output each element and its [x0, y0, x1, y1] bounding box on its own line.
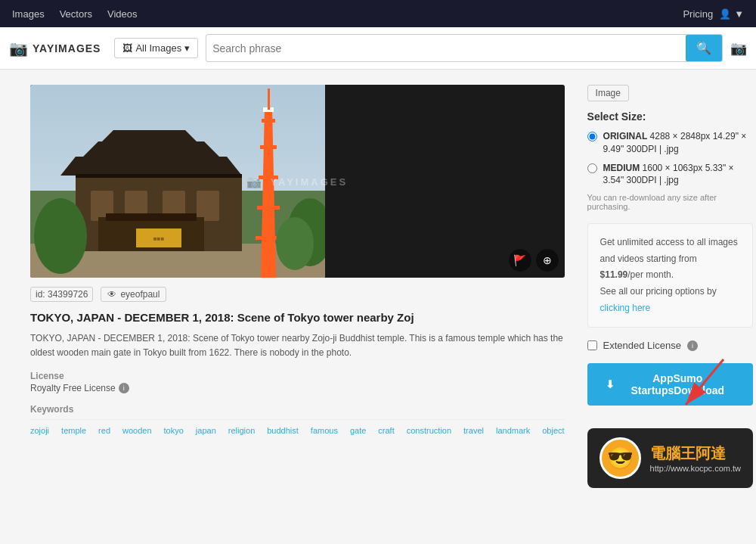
keyword-object[interactable]: object — [542, 426, 564, 435]
search-input-area: 🔍 — [206, 34, 723, 62]
image-title: TOKYO, JAPAN - DECEMBER 1, 2018: Scene o… — [30, 309, 565, 325]
pricing-link[interactable]: Pricing — [683, 8, 713, 20]
extended-license-row: Extended License i — [587, 340, 753, 351]
search-filter-dropdown[interactable]: 🖼 All Images ▾ — [114, 38, 198, 58]
medium-size-option[interactable]: MEDIUM 1600 × 1063px 5.33" × 3.54" 300DP… — [587, 162, 753, 188]
search-button[interactable]: 🔍 — [686, 35, 722, 61]
watermark-text-block: 電腦王阿達 http://www.kocpc.com.tw — [650, 443, 741, 473]
svg-marker-4 — [60, 157, 242, 176]
logo[interactable]: 📷 YAYIMAGES — [9, 39, 101, 58]
redownload-note: You can re-download any size after purch… — [587, 193, 753, 211]
user-dropdown-icon: ▼ — [734, 8, 744, 20]
image-description: TOKYO, JAPAN - DECEMBER 1, 2018: Scene o… — [30, 331, 565, 360]
keyword-craft[interactable]: craft — [378, 426, 394, 435]
svg-rect-16 — [262, 119, 275, 123]
original-radio[interactable] — [587, 132, 597, 141]
author-name: eyeofpaul — [120, 289, 160, 300]
svg-point-24 — [276, 217, 314, 270]
left-panel: ■■■ 📷 YAYIMAGES 🚩 ⊕ id: 34399726 👁 eyeof… — [30, 85, 565, 488]
keyword-zojoji[interactable]: zojoji — [30, 426, 49, 435]
keyword-gate[interactable]: gate — [350, 426, 366, 435]
svg-rect-18 — [259, 176, 278, 179]
keyword-red[interactable]: red — [98, 426, 110, 435]
svg-text:■■■: ■■■ — [153, 235, 165, 242]
keyword-construction[interactable]: construction — [407, 426, 451, 435]
image-action-buttons: 🚩 ⊕ — [509, 249, 559, 272]
add-to-collection-button[interactable]: ⊕ — [536, 249, 559, 272]
keywords-list: zojoji temple red wooden tokyo japan rel… — [30, 419, 565, 435]
red-arrow-annotation — [663, 356, 754, 416]
keywords-label: Keywords — [30, 404, 565, 415]
license-info-icon[interactable]: i — [119, 383, 129, 393]
svg-marker-6 — [102, 130, 197, 141]
image-tab[interactable]: Image — [587, 85, 629, 101]
clicking-here-link[interactable]: clicking here — [600, 303, 651, 313]
user-menu[interactable]: 👤 ▼ — [719, 8, 744, 20]
svg-rect-19 — [257, 206, 280, 210]
medium-radio[interactable] — [587, 163, 597, 173]
filter-icon: 🖼 — [122, 42, 132, 54]
bottom-watermark-area: 😎 電腦王阿達 http://www.kocpc.com.tw — [587, 428, 753, 488]
svg-rect-13 — [106, 213, 197, 221]
nav-videos[interactable]: Videos — [107, 2, 138, 26]
original-details: ORIGINAL 4288 × 2848px 14.29" × 9.49" 30… — [603, 130, 753, 156]
watermark-title: 電腦王阿達 — [650, 443, 741, 464]
svg-line-28 — [686, 359, 723, 405]
nav-right: Pricing 👤 ▼ — [683, 8, 744, 20]
medium-label: MEDIUM — [603, 163, 640, 173]
svg-point-22 — [34, 198, 87, 274]
svg-rect-7 — [76, 174, 242, 178]
keyword-travel[interactable]: travel — [463, 426, 484, 435]
download-icon: ⬇ — [606, 378, 615, 390]
extended-license-checkbox[interactable] — [587, 340, 597, 350]
medium-details: MEDIUM 1600 × 1063px 5.33" × 3.54" 300DP… — [603, 162, 753, 188]
keyword-temple[interactable]: temple — [61, 426, 86, 435]
watermark-url: http://www.kocpc.com.tw — [650, 464, 741, 473]
keyword-wooden[interactable]: wooden — [122, 426, 152, 435]
keyword-buddhist[interactable]: buddhist — [267, 426, 299, 435]
keyword-tokyo[interactable]: tokyo — [164, 426, 184, 435]
logo-camera-icon: 📷 — [9, 39, 28, 58]
pricing-description: Get unlimited access to all images and v… — [600, 235, 740, 316]
user-avatar-icon: 👤 — [719, 8, 731, 20]
license-label: License — [30, 371, 565, 381]
main-image: ■■■ — [30, 85, 325, 278]
pricing-text-1: Get unlimited access to all images and v… — [600, 237, 738, 264]
image-meta: id: 34399726 👁 eyeofpaul — [30, 287, 565, 302]
pricing-box: Get unlimited access to all images and v… — [587, 223, 753, 328]
keywords-section: Keywords zojoji temple red wooden tokyo … — [30, 404, 565, 435]
search-bar: 📷 YAYIMAGES 🖼 All Images ▾ 🔍 📷 — [0, 27, 756, 70]
keyword-landmark[interactable]: landmark — [496, 426, 530, 435]
extended-license-label: Extended License — [603, 340, 681, 351]
filter-label: All Images — [135, 42, 181, 54]
author-badge[interactable]: 👁 eyeofpaul — [101, 287, 166, 302]
favorite-button[interactable]: 🚩 — [509, 249, 531, 272]
select-size-label: Select Size: — [587, 110, 753, 123]
keyword-japan[interactable]: japan — [196, 426, 216, 435]
license-text: Royalty Free License — [30, 383, 116, 393]
nav-images[interactable]: Images — [12, 2, 45, 26]
svg-marker-5 — [83, 141, 219, 157]
search-input[interactable] — [206, 39, 686, 58]
watermark-face-icon: 😎 — [600, 437, 641, 479]
svg-rect-21 — [268, 89, 270, 110]
watermark-badge: 😎 電腦王阿達 http://www.kocpc.com.tw — [587, 428, 753, 488]
reverse-search-icon: 📷 — [730, 41, 747, 56]
pricing-price: $11.99 — [600, 269, 628, 280]
keyword-famous[interactable]: famous — [311, 426, 338, 435]
keyword-religion[interactable]: religion — [228, 426, 255, 435]
search-icon: 🔍 — [696, 42, 711, 54]
image-id-badge: id: 34399726 — [30, 287, 93, 302]
original-size-option[interactable]: ORIGINAL 4288 × 2848px 14.29" × 9.49" 30… — [587, 130, 753, 156]
download-section: ⬇ AppSumo StartupsDownload — [587, 363, 753, 406]
svg-rect-11 — [197, 191, 219, 221]
nav-vectors[interactable]: Vectors — [60, 2, 92, 26]
extended-license-info-icon[interactable]: i — [687, 340, 698, 351]
pricing-text-2: /per month. — [627, 269, 674, 280]
original-label: ORIGINAL — [603, 131, 648, 141]
image-container: ■■■ 📷 YAYIMAGES 🚩 ⊕ — [30, 85, 565, 278]
nav-links: Images Vectors Videos — [12, 2, 138, 26]
license-section: License Royalty Free License i — [30, 371, 565, 393]
eye-icon: 👁 — [107, 289, 116, 300]
reverse-image-search-button[interactable]: 📷 — [730, 40, 747, 57]
